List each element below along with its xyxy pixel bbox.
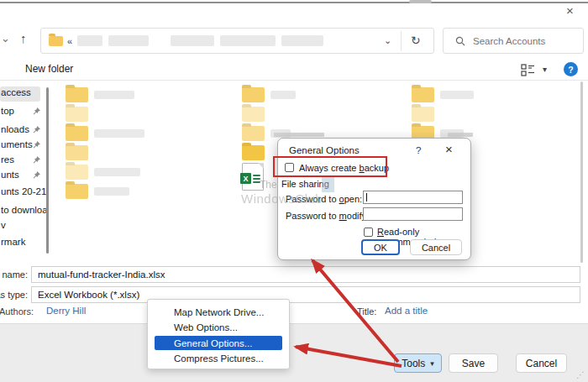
dialog-title: General Options (289, 145, 360, 155)
cancel-button[interactable]: Cancel (516, 353, 567, 373)
menu-item[interactable]: Web Options... (148, 321, 289, 335)
content-scrollbar[interactable] (580, 81, 583, 263)
search-placeholder: Search Accounts (473, 36, 545, 46)
file-tile[interactable] (66, 182, 88, 201)
read-only-checkbox[interactable] (364, 228, 373, 237)
search-icon (455, 36, 465, 46)
window-close-icon[interactable]: × (566, 3, 574, 18)
menu-item[interactable]: Compress Pictures... (148, 352, 289, 366)
sidebar-item-label: access (1, 87, 31, 97)
blurred-path-segment (171, 35, 214, 46)
ok-button-label: OK (374, 243, 387, 253)
sidebar-item[interactable]: res (0, 154, 46, 168)
dialog-help-icon[interactable]: ? (416, 145, 421, 155)
file-tile[interactable] (66, 86, 88, 104)
folder-icon (49, 36, 63, 46)
file-name-value: mutual-fund-tracker-India.xlsx (38, 269, 165, 280)
password-to-open-label: Password to open: (286, 194, 362, 204)
footer-bar (0, 323, 588, 382)
blurred-path-segment (220, 35, 276, 46)
search-input[interactable]: Search Accounts (443, 28, 584, 54)
dialog-close-icon[interactable]: × (445, 142, 453, 156)
file-tile[interactable] (242, 105, 265, 123)
address-bar[interactable]: « ⌄ ↻ (40, 28, 434, 54)
file-tile[interactable] (66, 124, 88, 143)
pin-icon (32, 107, 41, 116)
folder-icon (242, 107, 265, 122)
blurred-filename (440, 91, 474, 99)
folder-icon (66, 184, 88, 199)
file-tile[interactable] (412, 105, 434, 123)
menu-item[interactable]: General Options... (155, 336, 282, 350)
sidebar-item[interactable]: unts 20-21 (0, 186, 46, 200)
menu-item-label: General Options... (174, 338, 252, 348)
folder-icon (66, 87, 88, 102)
save-type-select[interactable]: Excel Workbook (*.xlsx) (31, 286, 580, 303)
blurred-path-segments (77, 35, 329, 46)
chevron-down-icon[interactable]: ▾ (543, 65, 547, 74)
file-tile[interactable] (242, 144, 265, 162)
menu-item[interactable]: Map Network Drive... (148, 305, 289, 319)
back-chevron-icon[interactable]: ⌄ (1, 32, 10, 44)
file-tile[interactable] (66, 163, 88, 181)
sidebar-item[interactable]: access (0, 87, 46, 101)
sidebar-item[interactable]: to downloa (0, 205, 46, 218)
tools-button[interactable]: Tools ▾ (394, 353, 442, 373)
excel-x-badge: X (240, 173, 251, 184)
resize-grip[interactable]: ⋰ (576, 370, 586, 380)
refresh-icon[interactable]: ↻ (411, 34, 421, 47)
sidebar-item[interactable]: nloads (0, 124, 46, 138)
authors-value-link[interactable]: Derry Hill (46, 306, 86, 316)
add-title-link[interactable]: Add a title (385, 306, 428, 316)
breadcrumb: « (67, 36, 72, 46)
save-button[interactable]: Save (449, 353, 498, 373)
title-label: Title: (357, 306, 376, 317)
view-options-icon[interactable] (521, 64, 535, 76)
blurred-filename (274, 133, 324, 137)
chevron-down-icon[interactable]: ⌄ (384, 35, 391, 46)
annotation-highlight-box (273, 156, 387, 177)
pin-icon (32, 170, 41, 180)
ok-button[interactable]: OK (361, 239, 400, 255)
file-tile[interactable] (412, 86, 434, 104)
file-tile[interactable] (66, 144, 88, 162)
tools-menu: Map Network Drive...Web Options...Genera… (147, 299, 290, 369)
file-tile[interactable] (242, 86, 265, 104)
file-tile[interactable] (242, 124, 265, 143)
sidebar-item-label: to downloa (1, 205, 48, 215)
sidebar-item[interactable]: v (0, 220, 46, 233)
folder-icon (66, 126, 88, 141)
pin-icon (32, 140, 41, 149)
sidebar-item[interactable]: top (0, 106, 46, 119)
sidebar-item-label: top (1, 106, 14, 116)
sidebar-item[interactable]: uments (0, 139, 46, 153)
dialog-cancel-button[interactable]: Cancel (410, 239, 462, 255)
file-name-input[interactable]: mutual-fund-tracker-India.xlsx (31, 266, 580, 283)
blurred-path-segment (108, 35, 149, 46)
sidebar-item-label: nloads (1, 124, 29, 134)
blurred-filename (448, 133, 473, 137)
blurred-path-segment (281, 35, 323, 46)
folder-icon (242, 87, 265, 102)
sidebar-item[interactable]: unts (0, 170, 46, 183)
dialog-cancel-label: Cancel (422, 243, 450, 253)
up-arrow-icon[interactable]: ↑ (20, 31, 27, 45)
blurred-filename (94, 187, 129, 196)
password-to-open-input[interactable] (363, 191, 463, 204)
sidebar-scrollbar[interactable] (46, 87, 49, 254)
folder-icon (66, 165, 88, 180)
save-type-label: Save as type: (0, 290, 28, 300)
text-caret (366, 193, 367, 201)
password-to-modify-input[interactable] (363, 207, 463, 221)
divider (0, 80, 588, 81)
save-as-window: × ⌄ ↑ « ⌄ ↻ Search Accounts New folder ▾… (0, 0, 588, 382)
file-sharing-label: File sharing (281, 179, 329, 189)
folder-icon (66, 107, 88, 122)
blurred-filename (94, 91, 134, 99)
sidebar-item[interactable]: rmark (0, 237, 46, 250)
window-top-border (0, 2, 588, 3)
file-tile[interactable] (66, 105, 88, 123)
help-button[interactable]: ? (564, 62, 578, 76)
new-folder-button[interactable]: New folder (25, 63, 73, 75)
divider (401, 31, 402, 51)
